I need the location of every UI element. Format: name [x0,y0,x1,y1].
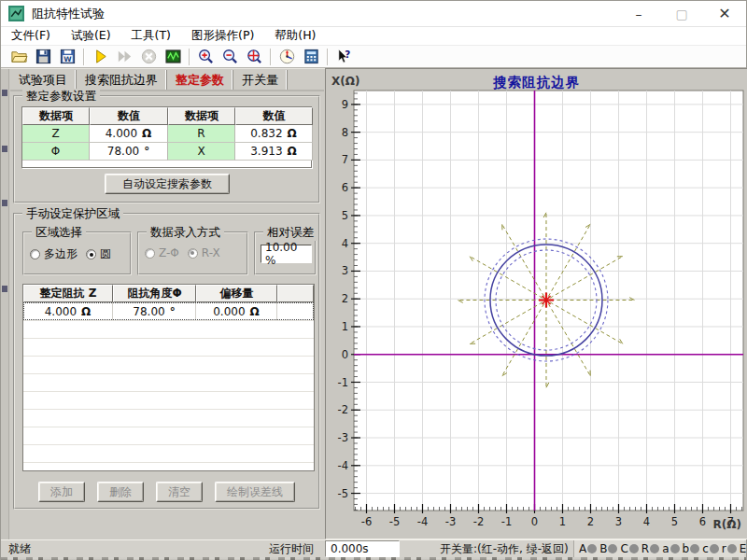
export-word-button[interactable]: W [55,47,79,67]
menu-文件(F)[interactable]: 文件(F) [1,27,61,45]
zoom-in-button[interactable] [193,47,218,67]
protection-zone-table[interactable]: 整定阻抗 Z阻抗角度Φ偏移量 4.000Ω78.00°0.000Ω [22,284,315,471]
menu-工具(T)[interactable]: 工具(T) [121,27,181,45]
svg-text:-1: -1 [338,376,348,389]
led-dot [608,544,617,553]
svg-text:5: 5 [342,209,348,222]
edge-mark [2,146,7,152]
run-button[interactable] [88,47,112,67]
button-添加: 添加 [38,482,85,502]
svg-text:0: 0 [531,515,538,528]
toolbar-separator [83,49,84,65]
manual-protect-zone-group: 手动设定保护区域 区域选择 多边形圆 数据录入方式 Z-ΦR-X 相对误差 10… [13,213,320,510]
maximize-button[interactable]: ▢ [660,1,703,26]
impedance-plot[interactable]: -6-5-4-3-2-101234567-5-4-3-2-10123456789 [326,69,747,540]
svg-text:7: 7 [727,515,734,528]
column-header: 阻抗角度Φ [113,285,196,302]
zone-table-row[interactable]: 4.000Ω78.00°0.000Ω [23,302,314,320]
led-dot [670,544,680,553]
setting-params-table[interactable]: 数据项数值数据项数值Z4.000ΩR0.832ΩΦ78.00°X3.913Ω [21,106,312,168]
svg-text:0: 0 [342,348,348,361]
zone-buttons-row: 添加删除清空绘制误差线 [15,482,318,502]
svg-text:1: 1 [559,515,566,528]
radio-多边形[interactable] [30,249,40,259]
svg-text:6: 6 [342,181,348,194]
tab-试验项目[interactable]: 试验项目 [10,70,77,90]
svg-text:8: 8 [342,126,348,139]
status-bar: 就绪 运行时间 0.000s 开关量:(红-动作, 绿-返回) ABCRabcr… [1,539,746,557]
zoom-fit-button[interactable] [242,47,266,67]
param-value[interactable]: 78.00° [90,143,168,161]
toolbar-separator [327,49,328,65]
tab-搜索阻抗边界[interactable]: 搜索阻抗边界 [77,70,167,90]
calculator-icon [303,48,320,65]
edge-mark [2,90,7,96]
tab-开关量[interactable]: 开关量 [233,70,288,90]
svg-text:-3: -3 [338,431,348,444]
column-header: 偏移量 [196,285,277,302]
led-letter: R [641,542,649,555]
led-letter: C [620,542,627,555]
edge-mark [2,200,7,206]
button-清空: 清空 [156,482,203,502]
column-header [277,285,314,302]
column-header: 数值 [90,107,168,125]
param-value[interactable]: 3.913Ω [235,143,313,161]
led-letter: r [722,542,726,555]
runtime-value: 0.000s [325,540,400,557]
switch-led-b: b [683,542,700,555]
led-letter: c [702,542,709,555]
relative-error-input[interactable]: 10.00 % [261,245,312,263]
group-title: 区域选择 [32,225,86,241]
led-dot [727,544,737,553]
runtime-label: 运行时间 [269,540,314,557]
left-panel: 试验项目搜索阻抗边界整定参数开关量 整定参数设置 数据项数值数据项数值Z4.00… [10,69,324,539]
param-value[interactable]: 0.832Ω [235,125,313,143]
context-help-button[interactable]: ? [331,47,356,67]
toolbar-separator [189,49,190,65]
open-folder-button[interactable] [7,47,31,67]
close-button[interactable]: ✕ [703,1,746,26]
setting-params-group: 整定参数设置 数据项数值数据项数值Z4.000ΩR0.832ΩΦ78.00°X3… [13,95,320,203]
svg-text:1: 1 [342,320,348,333]
phasor-button[interactable] [275,47,299,67]
save-button[interactable] [31,47,55,67]
led-letter: B [599,542,607,555]
tab-整定参数[interactable]: 整定参数 [167,70,233,90]
group-title: 手动设定保护区域 [22,206,123,222]
switch-led-r: r [722,542,737,555]
menu-图形操作(P)[interactable]: 图形操作(P) [181,27,264,45]
radio-圆[interactable] [86,249,96,259]
radio-label-圆[interactable]: 圆 [100,246,111,262]
param-name: Φ [22,143,90,161]
menu-试验(E)[interactable]: 试验(E) [61,27,121,45]
svg-text:-2: -2 [338,403,348,416]
svg-text:3: 3 [342,264,348,277]
svg-text:W: W [63,55,72,63]
svg-text:-4: -4 [417,515,428,528]
svg-text:?: ? [345,49,350,60]
svg-text:-1: -1 [501,515,512,528]
zoom-out-button[interactable] [218,47,242,67]
param-value[interactable]: 4.000Ω [90,125,168,143]
minimize-button[interactable]: – [617,1,660,26]
led-dot [650,544,659,553]
svg-text:5: 5 [671,515,678,528]
export-word-icon: W [59,48,77,65]
calculator-button[interactable] [299,47,323,67]
switch-led-C: C [620,542,638,555]
switch-led-a: a [662,542,679,555]
run-icon [92,48,109,65]
radio-label-多边形[interactable]: 多边形 [44,246,78,262]
switch-legend-text: 开关量:(红-动作, 绿-返回) [440,540,569,557]
waveform-button[interactable] [161,47,185,67]
menu-帮助(H)[interactable]: 帮助(H) [264,27,326,45]
waveform-icon [164,48,182,65]
toolbar-separator [270,49,271,65]
phasor-icon [278,48,296,65]
zoom-fit-icon [246,48,263,65]
param-table-row: Φ78.00°X3.913Ω [22,143,311,161]
zone-shape-group: 区域选择 多边形圆 [22,231,132,275]
auto-search-params-button[interactable]: 自动设定搜索参数 [105,174,230,194]
relative-error-group: 相对误差 10.00 % [254,231,317,275]
